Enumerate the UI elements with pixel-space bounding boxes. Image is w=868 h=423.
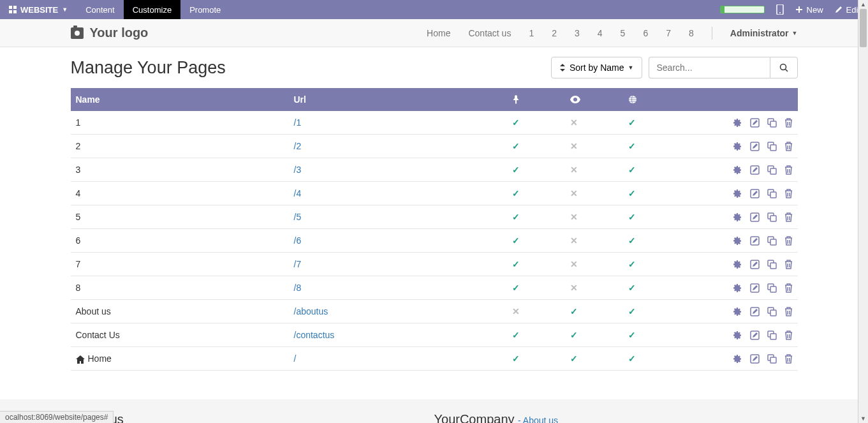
copy-page-button[interactable] bbox=[767, 189, 777, 198]
logo[interactable]: Your logo bbox=[71, 26, 149, 40]
settings-button[interactable] bbox=[733, 307, 742, 316]
delete-page-button[interactable] bbox=[784, 330, 793, 340]
edit-button[interactable]: Edit bbox=[835, 5, 860, 15]
nav-item[interactable]: 4 bbox=[598, 28, 603, 38]
progress-bar[interactable] bbox=[720, 6, 765, 13]
nav-item[interactable]: 2 bbox=[552, 28, 557, 38]
nav-item[interactable]: 6 bbox=[643, 28, 648, 38]
scrollbar[interactable]: ▲ ▼ bbox=[858, 0, 868, 423]
copy-page-button[interactable] bbox=[767, 142, 777, 151]
page-url-link[interactable]: /aboutus bbox=[294, 306, 328, 316]
mobile-preview-icon[interactable] bbox=[776, 4, 784, 15]
edit-page-button[interactable] bbox=[750, 307, 760, 316]
page-url-link[interactable]: / bbox=[294, 353, 297, 364]
edit-page-button[interactable] bbox=[750, 236, 760, 246]
settings-button[interactable] bbox=[733, 330, 742, 340]
copy-page-button[interactable] bbox=[767, 354, 777, 364]
svg-rect-40 bbox=[770, 357, 776, 363]
edit-page-button[interactable] bbox=[750, 212, 760, 222]
copy-page-button[interactable] bbox=[767, 260, 777, 269]
topbar-item-customize[interactable]: Customize bbox=[124, 0, 180, 19]
copy-page-button[interactable] bbox=[767, 307, 777, 316]
settings-button[interactable] bbox=[733, 142, 742, 151]
delete-page-button[interactable] bbox=[784, 165, 793, 175]
page-url-link[interactable]: /contactus bbox=[294, 330, 335, 340]
delete-page-button[interactable] bbox=[784, 354, 793, 364]
page-url-link[interactable]: /7 bbox=[294, 259, 302, 269]
svg-rect-31 bbox=[770, 286, 776, 292]
check-icon: ✓ bbox=[628, 117, 636, 128]
nav-item[interactable]: 7 bbox=[666, 28, 671, 38]
nav-item[interactable]: Home bbox=[427, 28, 450, 38]
page-url-link[interactable]: /3 bbox=[294, 165, 302, 175]
cell-eye: ✕ bbox=[565, 182, 623, 205]
col-eye bbox=[565, 88, 623, 111]
copy-page-button[interactable] bbox=[767, 118, 777, 128]
settings-button[interactable] bbox=[733, 118, 742, 128]
nav-item[interactable]: 3 bbox=[575, 28, 580, 38]
delete-page-button[interactable] bbox=[784, 260, 793, 269]
edit-page-button[interactable] bbox=[750, 118, 760, 128]
page-url-link[interactable]: /8 bbox=[294, 283, 302, 293]
website-menu[interactable]: WEBSITE ▼ bbox=[0, 0, 77, 19]
delete-page-button[interactable] bbox=[784, 142, 793, 151]
page-url-link[interactable]: /5 bbox=[294, 212, 302, 222]
sort-button[interactable]: Sort by Name ▼ bbox=[551, 57, 642, 78]
edit-page-button[interactable] bbox=[750, 142, 760, 151]
settings-button[interactable] bbox=[733, 354, 742, 364]
copy-page-button[interactable] bbox=[767, 212, 777, 222]
new-button[interactable]: New bbox=[795, 5, 823, 15]
settings-button[interactable] bbox=[733, 165, 742, 175]
scroll-down-icon[interactable]: ▼ bbox=[858, 414, 868, 423]
edit-page-button[interactable] bbox=[750, 330, 760, 340]
table-row: 4/4✓✕✓ bbox=[71, 182, 798, 205]
nav-item[interactable]: Contact us bbox=[468, 28, 511, 38]
copy-page-button[interactable] bbox=[767, 165, 777, 175]
search-input[interactable] bbox=[649, 57, 770, 78]
page-url-link[interactable]: /2 bbox=[294, 141, 302, 151]
scroll-thumb[interactable] bbox=[860, 9, 867, 47]
col-actions bbox=[681, 88, 797, 111]
copy-page-button[interactable] bbox=[767, 283, 777, 293]
caret-down-icon: ▼ bbox=[628, 64, 634, 71]
nav-item[interactable]: 8 bbox=[689, 28, 694, 38]
plus-icon bbox=[795, 6, 803, 13]
table-row: Contact Us/contactus✓✓✓ bbox=[71, 323, 798, 347]
table-row: 5/5✓✕✓ bbox=[71, 205, 798, 229]
nav-item[interactable]: 5 bbox=[621, 28, 626, 38]
cell-pin: ✓ bbox=[507, 253, 565, 276]
copy-page-button[interactable] bbox=[767, 236, 777, 246]
topbar-item-promote[interactable]: Promote bbox=[180, 0, 230, 19]
delete-page-button[interactable] bbox=[784, 307, 793, 316]
settings-button[interactable] bbox=[733, 212, 742, 222]
settings-button[interactable] bbox=[733, 236, 742, 246]
delete-page-button[interactable] bbox=[784, 283, 793, 293]
check-icon: ✓ bbox=[512, 235, 520, 246]
delete-page-button[interactable] bbox=[784, 236, 793, 246]
nav-item[interactable]: 1 bbox=[529, 28, 534, 38]
edit-page-button[interactable] bbox=[750, 189, 760, 198]
settings-button[interactable] bbox=[733, 260, 742, 269]
new-label: New bbox=[807, 5, 823, 15]
edit-page-button[interactable] bbox=[750, 354, 760, 364]
scroll-up-icon[interactable]: ▲ bbox=[858, 0, 868, 9]
check-icon: ✓ bbox=[628, 165, 636, 175]
edit-page-button[interactable] bbox=[750, 260, 760, 269]
table-row: 1/1✓✕✓ bbox=[71, 111, 798, 135]
page-url-link[interactable]: /6 bbox=[294, 235, 302, 246]
edit-page-button[interactable] bbox=[750, 283, 760, 293]
page-url-link[interactable]: /4 bbox=[294, 188, 302, 198]
delete-page-button[interactable] bbox=[784, 189, 793, 198]
settings-button[interactable] bbox=[733, 189, 742, 198]
topbar-item-content[interactable]: Content bbox=[77, 0, 124, 19]
edit-page-button[interactable] bbox=[750, 165, 760, 175]
search-button[interactable] bbox=[770, 57, 798, 78]
page-url-link[interactable]: /1 bbox=[294, 117, 302, 128]
delete-page-button[interactable] bbox=[784, 212, 793, 222]
copy-page-button[interactable] bbox=[767, 330, 777, 340]
admin-menu[interactable]: Administrator ▼ bbox=[730, 28, 798, 38]
footer-about-link[interactable]: - About us bbox=[518, 415, 558, 423]
pages-table: Name Url 1/1✓✕✓2/2✓✕✓3/3✓✕✓4/4✓✕✓5/5✓✕✓6… bbox=[71, 88, 798, 371]
delete-page-button[interactable] bbox=[784, 118, 793, 128]
settings-button[interactable] bbox=[733, 283, 742, 293]
